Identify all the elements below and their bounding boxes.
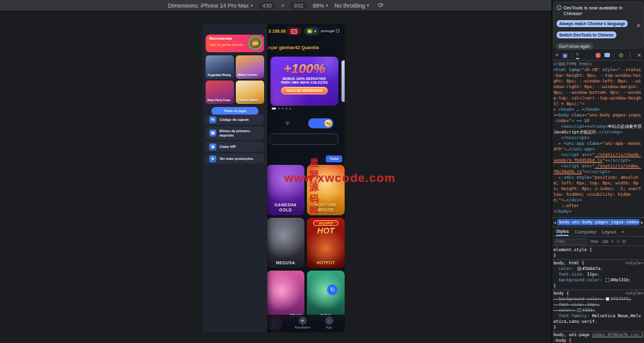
game-tile-trap[interactable]: TRAP bbox=[267, 271, 304, 321]
code-line[interactable]: <html lang="zh-CN" style="--status-bar-h… bbox=[553, 67, 643, 107]
css-rule-body[interactable]: <style>body { background-color: #f1f1f1;… bbox=[552, 290, 644, 332]
code-line[interactable]: } bbox=[553, 283, 643, 289]
menu-item-vip-club[interactable]: ◆ Clube VIP bbox=[206, 142, 264, 152]
match-language-button[interactable]: Always match Chrome's language bbox=[557, 20, 628, 27]
computed-sidebar-icon[interactable]: ⊡ bbox=[623, 239, 626, 244]
tab-layout[interactable]: Layout bbox=[602, 229, 616, 235]
code-line[interactable]: ::after bbox=[553, 203, 643, 209]
menu-item-more-promotions[interactable]: ➤ Ver mais promoções bbox=[206, 154, 264, 164]
breadcrumb-selected-node[interactable]: body.uni-body.pages-jogos-index bbox=[557, 219, 640, 225]
code-line[interactable]: ▸ <head> … </head> bbox=[553, 107, 643, 113]
more-tabs-icon[interactable]: » bbox=[576, 51, 579, 59]
code-line[interactable]: ▸ <uni-app class="uni-app--maxwidth">…</… bbox=[553, 141, 643, 152]
menu-item-coupon-code[interactable]: % Código de cupom bbox=[206, 115, 264, 125]
carousel-next-slide[interactable] bbox=[341, 60, 345, 102]
menu-label: Código de cupom bbox=[219, 118, 248, 121]
code-line[interactable]: color: #333; bbox=[553, 308, 643, 313]
new-rule-icon[interactable]: + bbox=[611, 239, 614, 244]
code-line[interactable]: index.97465e7b.css:1body, uni-page-body … bbox=[553, 332, 643, 343]
game-label: HOTPOT bbox=[307, 261, 345, 266]
hov-toggle[interactable]: :hov bbox=[590, 239, 598, 244]
game-tile-fortune-mouse[interactable]: FORTUNEMOUSE bbox=[307, 165, 345, 215]
drawer-game-fortune-rabbit[interactable]: Fortune Rabbit bbox=[236, 81, 264, 104]
breadcrumb-right-icon[interactable]: ▸ bbox=[641, 220, 643, 225]
code-line[interactable]: background-color: #f1f1f1; bbox=[553, 296, 643, 302]
throttling-select[interactable]: No throttling ▾ bbox=[335, 3, 369, 9]
css-rule-body-html[interactable]: <style>body, html { color: #5b667a; font… bbox=[552, 260, 644, 290]
styles-filter-input[interactable] bbox=[554, 239, 587, 245]
devtools-close-icon[interactable]: ✕ bbox=[636, 52, 641, 59]
game-label: MEDUSA bbox=[267, 261, 304, 266]
breadcrumb-left-icon[interactable]: ◂ bbox=[553, 220, 556, 225]
tab-styles[interactable]: Styles bbox=[556, 227, 569, 236]
dont-show-again-button[interactable]: Don't show again bbox=[557, 43, 593, 50]
menu-item-first-deposit-bonus[interactable]: ▤ Bônus de primeiro depósito bbox=[206, 127, 264, 140]
device-toolbar-icon[interactable]: ▣ bbox=[562, 52, 568, 59]
code-line[interactable]: <noscript><strong>本站点必须要开启JavaScript才能运行… bbox=[553, 124, 643, 135]
banner-cta-button[interactable]: SEGA DE DEPÓSITOS bbox=[281, 87, 328, 94]
css-rule-element-style[interactable]: element.style {} bbox=[552, 247, 644, 260]
game-tile-hotpot[interactable]: JACKPOT HOT HOTPOT bbox=[307, 218, 345, 268]
viewport-width-input[interactable]: 430 bbox=[259, 2, 275, 9]
zoom-select[interactable]: 88% ▾ bbox=[313, 3, 328, 9]
code-line[interactable]: ▾<body class="uni-body pages-jogos-index… bbox=[553, 113, 643, 124]
device-select[interactable]: Dimensions: iPhone 14 Pro Max ▾ bbox=[168, 3, 253, 9]
code-line[interactable]: <script src="./static/js/chunk-vendors.f… bbox=[553, 152, 643, 164]
code-line[interactable]: <style>body, html { bbox=[553, 261, 643, 266]
issues-bubble-icon[interactable] bbox=[604, 53, 610, 57]
code-line[interactable]: } bbox=[553, 253, 643, 259]
code-line[interactable]: </body> bbox=[553, 209, 643, 215]
deposit-button[interactable] bbox=[286, 27, 301, 35]
code-line[interactable]: font-size: 13px; bbox=[553, 302, 643, 308]
nav-item-app[interactable]: ↓ App bbox=[316, 317, 341, 329]
menu-label: Clube VIP bbox=[219, 145, 236, 149]
code-line[interactable]: ▸ <div style="position: absolute; left: … bbox=[553, 175, 643, 203]
code-line[interactable]: background-color: #0e131b; bbox=[553, 278, 643, 283]
drawer-game-asgardian-rising[interactable]: Asgardian Rising bbox=[206, 55, 234, 79]
region-toggle[interactable]: portugal bbox=[321, 29, 340, 33]
inspect-element-icon[interactable]: ⌖ bbox=[555, 52, 558, 59]
switch-chinese-button[interactable]: Switch DevTools to Chinese bbox=[557, 31, 616, 38]
code-line[interactable]: element.style { bbox=[553, 247, 643, 253]
code-line[interactable]: <!DOCTYPE html> bbox=[553, 62, 643, 67]
language-selector[interactable]: ▾ bbox=[304, 27, 319, 35]
game-tile-medusa[interactable]: MEDUSA bbox=[267, 218, 304, 268]
game-tile-gem[interactable]: GEM bbox=[307, 271, 345, 321]
notification-close-icon[interactable]: ✕ bbox=[636, 23, 641, 29]
carousel-dots[interactable] bbox=[272, 108, 291, 110]
code-line[interactable]: color: #5b667a; bbox=[553, 266, 643, 272]
elements-tree[interactable]: <!DOCTYPE html><html lang="zh-CN" style=… bbox=[552, 61, 644, 217]
code-line[interactable]: } bbox=[553, 325, 643, 330]
zoom-level: 88% bbox=[313, 3, 324, 9]
device-toolbar: Dimensions: iPhone 14 Pro Max ▾ 430 × 93… bbox=[0, 0, 552, 11]
pg-provider-chip[interactable]: Pg bbox=[308, 118, 333, 128]
error-badge-icon[interactable] bbox=[596, 53, 601, 58]
viewport-height-input[interactable]: 932 bbox=[291, 2, 306, 9]
drawer-game-midas-fortune[interactable]: Midas Fortune bbox=[236, 55, 264, 79]
settings-gear-icon[interactable]: ⚙ bbox=[618, 52, 623, 59]
game-reload-icon[interactable]: ↻ bbox=[327, 284, 338, 295]
recommend-banner[interactable]: Recomendar Fácil de ganhar dinheiro bbox=[206, 35, 264, 52]
styles-pane: element.style {} <style>body, html { col… bbox=[552, 247, 644, 343]
code-line[interactable]: font-family: Helvetica Neue,Helvetica,sa… bbox=[553, 313, 643, 325]
favorites-heart-icon[interactable]: ♥ bbox=[285, 118, 290, 128]
cls-toggle[interactable]: .cls bbox=[601, 239, 608, 244]
code-line[interactable]: <style>body { bbox=[553, 291, 643, 296]
rotate-device-icon[interactable]: ⟳ bbox=[378, 1, 384, 9]
tab-computed[interactable]: Computed bbox=[574, 229, 596, 235]
tabs-overflow-icon[interactable]: » bbox=[622, 229, 625, 235]
css-rule-uni-page-body[interactable]: index.97465e7b.css:1body, uni-page-body … bbox=[552, 332, 644, 343]
todos-filter-chip[interactable]: Todos bbox=[326, 155, 342, 162]
drawer-game-rave-party-fever[interactable]: Rave Party Fever bbox=[206, 81, 234, 104]
nav-item-activities[interactable]: ✦ Atividades bbox=[290, 317, 315, 329]
code-line[interactable]: font-size: 11px; bbox=[553, 272, 643, 278]
kebab-menu-icon[interactable]: ⋮ bbox=[627, 52, 633, 59]
activities-icon: ✦ bbox=[299, 317, 307, 325]
code-line[interactable]: </noscript> bbox=[553, 135, 643, 141]
grid-editor-icon[interactable]: ⌗ bbox=[617, 239, 619, 244]
devtools-toolbar: ⌖ ▣ » ⚙ ⋮ ✕ bbox=[552, 50, 644, 60]
code-line[interactable]: <script src="./static/js/index.f0c2da56.… bbox=[553, 164, 643, 175]
game-tile-ganesha-gold[interactable]: GANESHAGOLD bbox=[267, 165, 304, 215]
search-input[interactable] bbox=[269, 133, 338, 145]
promo-banner[interactable]: +100% BONUS 100% DEPOSTIDO PARA UMA NOVA… bbox=[270, 57, 338, 106]
